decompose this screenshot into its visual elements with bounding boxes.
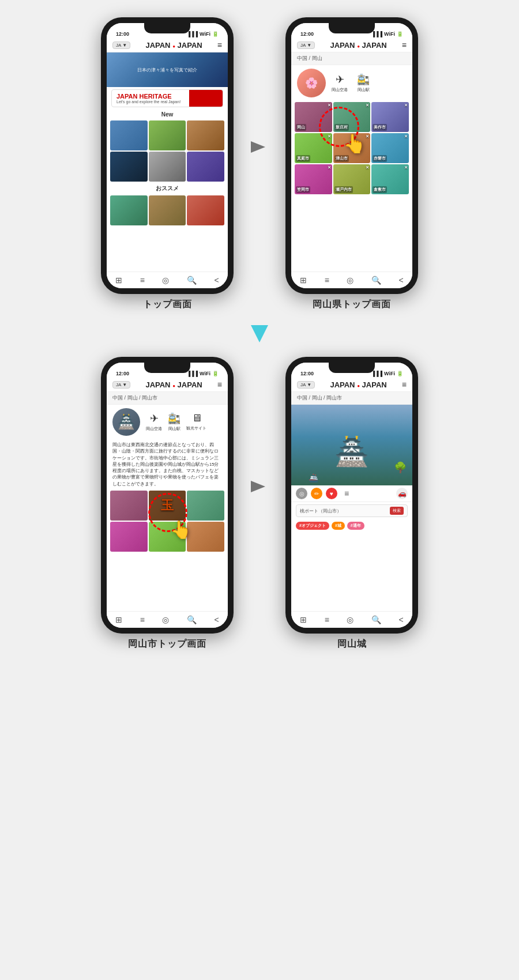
city-sightseeing[interactable]: 🖥 観光サイト — [186, 412, 206, 432]
phone-city: 12:00 ▐▐▐ WiFi 🔋 JA ▼ JAPAN ● JAPAN — [101, 357, 234, 634]
city-circle: 🏯 — [112, 408, 140, 436]
photo-cell[interactable] — [110, 120, 148, 150]
tag-castle[interactable]: #城 — [332, 522, 345, 530]
region-label: 真庭市 — [296, 155, 310, 162]
nav-share-4[interactable]: < — [398, 615, 403, 624]
region-cell-maniwa[interactable]: ✕ 真庭市 — [295, 133, 332, 163]
lang-badge-3[interactable]: JA ▼ — [112, 381, 130, 389]
bottom-nav-3: ⊞ ≡ ◎ 🔍 < — [107, 611, 228, 628]
nav-list-2[interactable]: ≡ — [325, 276, 329, 285]
region-cell-kasaoka[interactable]: ✕ 笠岡市 — [295, 164, 332, 194]
photo-cell[interactable] — [187, 120, 224, 150]
nav-map-2[interactable]: ◎ — [347, 276, 353, 285]
lang-badge-4[interactable]: JA ▼ — [297, 381, 315, 389]
search-bar[interactable]: 桃ポート（岡山市） 検索 — [296, 504, 408, 517]
photo-cell[interactable] — [187, 195, 224, 225]
tag-year[interactable]: #通年 — [347, 522, 364, 530]
nav-map-3[interactable]: ◎ — [162, 615, 169, 624]
nav-grid[interactable]: ⊞ — [115, 276, 122, 285]
time-1: 12:00 — [116, 31, 129, 37]
arrow-right-wrapper — [245, 133, 274, 161]
heritage-subtitle: Let's go and explore the real Japan! — [116, 100, 194, 104]
nav-list-4[interactable]: ≡ — [325, 615, 329, 624]
airplane-icon: ✈ — [336, 73, 344, 86]
nav-share[interactable]: < — [214, 276, 219, 285]
region-cell-tsuyama[interactable]: ✕ 津山市 — [333, 133, 371, 163]
nav-bar-3: JA ▼ JAPAN ● JAPAN ≡ — [107, 378, 228, 392]
arrow-right-icon-2 — [245, 472, 274, 501]
mid-section — [12, 311, 507, 357]
photo-cell[interactable] — [110, 152, 148, 182]
city-photo-4[interactable] — [110, 522, 148, 552]
top-row: 12:00 ▐▐▐ WiFi 🔋 JA ▼ JAPAN ● JAPAN — [12, 17, 507, 311]
city-airport[interactable]: ✈ 岡山空港 — [146, 412, 162, 432]
nav-share-2[interactable]: < — [398, 276, 403, 285]
city-photo-2[interactable]: 玉 — [149, 491, 186, 521]
breadcrumb-castle: 中国 / 岡山 / 岡山市 — [291, 392, 412, 405]
car-btn[interactable]: 🚗 — [396, 488, 408, 499]
location-btn[interactable]: ◎ — [296, 488, 307, 499]
lang-badge-1[interactable]: JA ▼ — [112, 42, 130, 49]
photo-cell[interactable] — [110, 195, 148, 225]
city-photo-3[interactable] — [187, 491, 224, 521]
region-cell-kurashiki[interactable]: ✕ 倉敷市 — [371, 164, 409, 194]
city-station[interactable]: 🚉 岡山駅 — [168, 412, 180, 432]
notch-2 — [329, 23, 375, 33]
photo-cell[interactable] — [187, 152, 224, 182]
tree-icon: 🌳 — [394, 461, 407, 474]
status-icons-3: ▐▐▐ WiFi 🔋 — [187, 371, 219, 376]
region-cell-setouchi[interactable]: ✕ 瀬戸内市 — [333, 164, 371, 194]
menu-icon-2[interactable]: ≡ — [402, 40, 407, 50]
caption-top: トップ画面 — [143, 299, 192, 311]
nav-map[interactable]: ◎ — [162, 276, 169, 285]
region-label: 岡山 — [296, 124, 306, 131]
station-item[interactable]: 🚉 岡山駅 — [357, 73, 370, 93]
region-cell-okayama[interactable]: ✕ 岡山 — [295, 102, 332, 132]
nav-map-4[interactable]: ◎ — [347, 615, 353, 624]
station-label: 岡山駅 — [358, 87, 370, 93]
nav-bar-4: JA ▼ JAPAN ● JAPAN ≡ — [291, 378, 412, 392]
nav-search[interactable]: 🔍 — [187, 276, 197, 285]
search-button[interactable]: 検索 — [390, 507, 404, 515]
region-cell-shinjo[interactable]: ✕ 新庄村 — [333, 102, 371, 132]
nav-grid-2[interactable]: ⊞ — [300, 276, 307, 285]
region-label: 赤磐市 — [373, 155, 387, 162]
castle-silhouette: 🏯 — [334, 436, 369, 468]
edit-btn[interactable]: ✏ — [311, 488, 322, 499]
menu-icon-4[interactable]: ≡ — [402, 380, 407, 389]
menu-icon-3[interactable]: ≡ — [217, 380, 222, 389]
region-cell-akaiwa[interactable]: ✕ 赤磐市 — [371, 133, 409, 163]
photo-cell[interactable] — [149, 120, 186, 150]
city-photo-5[interactable] — [149, 522, 186, 552]
nav-search-4[interactable]: 🔍 — [371, 615, 381, 624]
caption-city: 岡山市トップ画面 — [128, 638, 206, 650]
heritage-title: JAPAN HERITAGE — [116, 93, 194, 100]
nav-share-3[interactable]: < — [214, 615, 219, 624]
menu-icon-1[interactable]: ≡ — [217, 40, 222, 50]
new-label: New — [107, 110, 228, 119]
region-cell-mimasaka[interactable]: ✕ 美作市 — [371, 102, 409, 132]
photo-cell[interactable] — [149, 195, 186, 225]
city-photo-6[interactable] — [187, 522, 224, 552]
nav-grid-4[interactable]: ⊞ — [300, 615, 307, 624]
photo-cell[interactable] — [149, 152, 186, 182]
phone-okayama-inner: 12:00 ▐▐▐ WiFi 🔋 JA ▼ JAPAN ● JAPAN — [291, 23, 412, 288]
castle-bg: 🏯 🚢 🌳 — [291, 405, 412, 485]
nav-list[interactable]: ≡ — [140, 276, 145, 285]
tag-object[interactable]: #オブジェクト — [296, 522, 329, 530]
nav-search-3[interactable]: 🔍 — [187, 615, 197, 624]
region-grid-wrapper: ✕ 岡山 ✕ 新庄村 ✕ 美作市 ✕ 真庭市 — [291, 101, 412, 195]
lang-badge-2[interactable]: JA ▼ — [297, 42, 315, 49]
notch-4 — [329, 363, 375, 373]
nav-list-3[interactable]: ≡ — [140, 615, 145, 624]
caption-castle: 岡山城 — [337, 638, 367, 650]
city-photo-1[interactable] — [110, 491, 148, 521]
region-header: 🌸 ✈ 岡山空港 🚉 岡山駅 — [291, 65, 412, 101]
caption-okayama: 岡山県トップ画面 — [313, 299, 391, 311]
heart-btn[interactable]: ♥ — [326, 488, 337, 499]
nav-search-2[interactable]: 🔍 — [371, 276, 381, 285]
nav-grid-3[interactable]: ⊞ — [115, 615, 122, 624]
list-btn[interactable]: ≡ — [341, 488, 352, 499]
airport-item[interactable]: ✈ 岡山空港 — [332, 73, 348, 93]
heritage-banner[interactable]: JAPAN HERITAGE Let's go and explore the … — [111, 89, 223, 107]
